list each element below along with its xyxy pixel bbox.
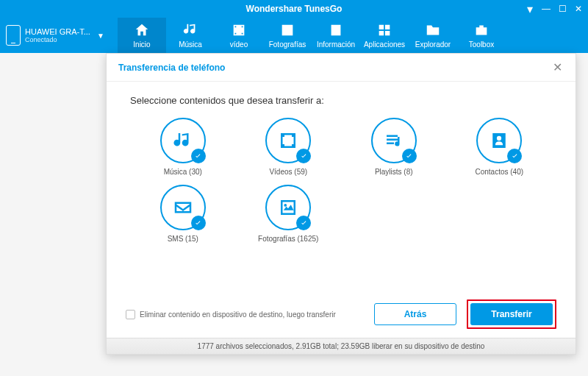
tab-label: Música xyxy=(179,40,202,49)
dialog-body: Seleccione contenidos que desea transfer… xyxy=(107,82,576,292)
tab-photos[interactable]: Fotografías xyxy=(263,18,312,53)
content-label: Playlists (8) xyxy=(375,168,413,176)
content-label: Fotografías (1625) xyxy=(258,235,318,243)
folder-icon xyxy=(425,22,441,38)
video-circle xyxy=(265,118,311,163)
tab-toolbox[interactable]: Toolbox xyxy=(457,18,506,53)
tab-info[interactable]: Información xyxy=(312,18,360,53)
dropdown-arrow-icon[interactable]: ▾ xyxy=(525,4,535,14)
close-app-button[interactable]: ✕ xyxy=(573,4,584,14)
tab-explorer[interactable]: Explorador xyxy=(409,18,457,53)
content-item-contacts[interactable]: Contactos (40) xyxy=(447,118,553,176)
content-item-photos[interactable]: Fotografías (1625) xyxy=(236,185,342,243)
toolbar: HUAWEI GRA-T... Conectado ▼ Inicio Músic… xyxy=(0,18,588,53)
tab-label: Inicio xyxy=(133,40,150,49)
content-item-sms[interactable]: SMS (15) xyxy=(130,185,236,243)
minimize-button[interactable]: — xyxy=(541,4,551,14)
check-icon xyxy=(191,216,206,230)
playlist-icon xyxy=(383,130,405,152)
toolbox-icon xyxy=(473,22,490,38)
tab-label: Toolbox xyxy=(469,40,494,49)
dialog-header: Transferencia de teléfono ✕ xyxy=(107,54,576,82)
tab-label: Explorador xyxy=(415,40,451,49)
delete-option[interactable]: Eliminar contenido en dispositivo de des… xyxy=(126,310,336,319)
photo-icon xyxy=(279,22,295,38)
music-icon xyxy=(172,130,194,152)
home-icon xyxy=(134,22,150,38)
transfer-button[interactable]: Transferir xyxy=(470,303,553,325)
phone-icon xyxy=(6,25,21,46)
photos-circle xyxy=(265,185,311,230)
check-icon xyxy=(191,149,206,163)
image-icon xyxy=(277,196,299,219)
tab-music[interactable]: Música xyxy=(166,18,215,53)
chevron-down-icon: ▼ xyxy=(97,32,104,40)
close-icon[interactable]: ✕ xyxy=(551,61,564,74)
footer-buttons: Atrás Transferir xyxy=(374,299,556,329)
content-item-music[interactable]: Música (30) xyxy=(130,118,236,176)
transfer-dialog: Transferencia de teléfono ✕ Seleccione c… xyxy=(106,53,576,355)
highlight-annotation: Transferir xyxy=(467,299,556,329)
titlebar: Wondershare TunesGo ▾ — ☐ ✕ xyxy=(0,0,588,18)
device-name: HUAWEI GRA-T... xyxy=(25,27,93,36)
content-label: Vídeos (59) xyxy=(269,168,307,176)
check-icon xyxy=(507,149,522,163)
content-label: Música (30) xyxy=(164,168,202,176)
playlist-circle xyxy=(371,118,417,163)
tab-label: Fotografías xyxy=(269,40,306,49)
sms-circle xyxy=(160,185,206,230)
tab-label: vídeo xyxy=(230,40,248,49)
content-item-playlists[interactable]: Playlists (8) xyxy=(341,118,447,176)
status-bar: 1777 archivos seleccionados, 2.91GB tota… xyxy=(107,338,576,354)
device-selector[interactable]: HUAWEI GRA-T... Conectado ▼ xyxy=(0,18,110,53)
video-icon xyxy=(231,22,247,38)
tab-label: Información xyxy=(317,40,355,49)
tab-apps[interactable]: Aplicaciones xyxy=(360,18,409,53)
tab-video[interactable]: vídeo xyxy=(215,18,263,53)
status-text: 1777 archivos seleccionados, 2.91GB tota… xyxy=(198,342,485,350)
checkbox[interactable] xyxy=(126,310,135,319)
dialog-footer: Eliminar contenido en dispositivo de des… xyxy=(107,292,576,338)
check-icon xyxy=(402,149,417,163)
envelope-icon xyxy=(172,196,194,219)
window-controls: ▾ — ☐ ✕ xyxy=(525,0,584,18)
music-circle xyxy=(160,118,206,163)
contacts-icon xyxy=(328,22,344,38)
apps-icon xyxy=(376,22,392,38)
main-tabs: Inicio Música vídeo Fotografías Informac… xyxy=(118,18,506,53)
contacts-circle xyxy=(476,118,522,163)
content-item-videos[interactable]: Vídeos (59) xyxy=(236,118,342,176)
maximize-button[interactable]: ☐ xyxy=(557,4,567,14)
check-icon xyxy=(296,216,311,230)
delete-option-label: Eliminar contenido en dispositivo de des… xyxy=(140,311,336,319)
tab-label: Aplicaciones xyxy=(364,40,405,49)
app-title: Wondershare TunesGo xyxy=(246,4,343,14)
video-icon xyxy=(277,130,299,152)
content-label: SMS (15) xyxy=(168,235,198,243)
dialog-title: Transferencia de teléfono xyxy=(118,63,225,73)
contacts-icon xyxy=(488,130,510,152)
dialog-heading: Seleccione contenidos que desea transfer… xyxy=(130,95,552,106)
music-icon xyxy=(182,22,198,38)
check-icon xyxy=(296,149,311,163)
content-grid: Música (30) Vídeos (59) Playlists (8) xyxy=(130,118,552,243)
content-label: Contactos (40) xyxy=(475,168,523,176)
back-button[interactable]: Atrás xyxy=(374,303,456,325)
tab-home[interactable]: Inicio xyxy=(118,18,166,53)
device-status: Conectado xyxy=(25,36,93,43)
device-info: HUAWEI GRA-T... Conectado xyxy=(25,27,93,43)
